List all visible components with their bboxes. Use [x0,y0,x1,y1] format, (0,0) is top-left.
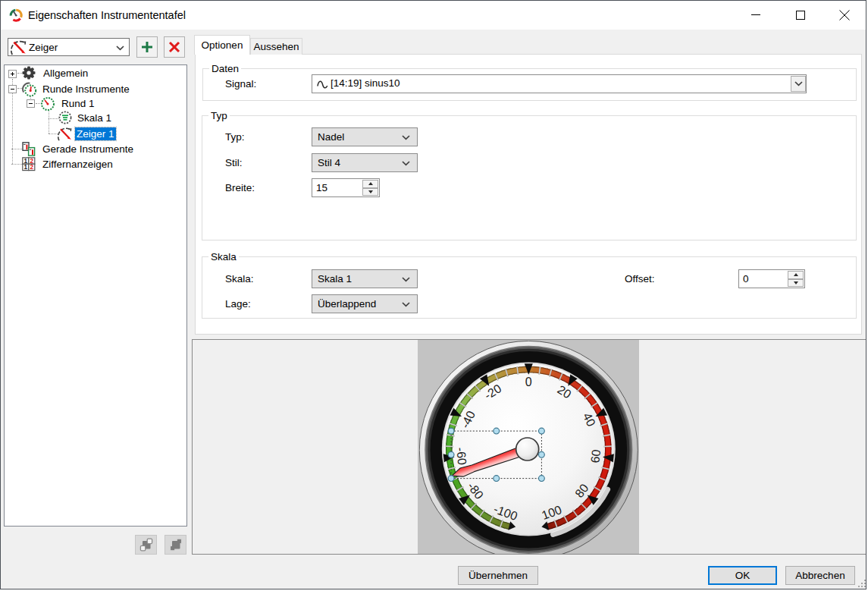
svg-text:1: 1 [24,164,28,171]
svg-text:2: 2 [30,164,34,171]
svg-text:0: 0 [525,376,532,388]
svg-text:60: 60 [588,448,603,464]
svg-text:-60: -60 [454,447,468,466]
